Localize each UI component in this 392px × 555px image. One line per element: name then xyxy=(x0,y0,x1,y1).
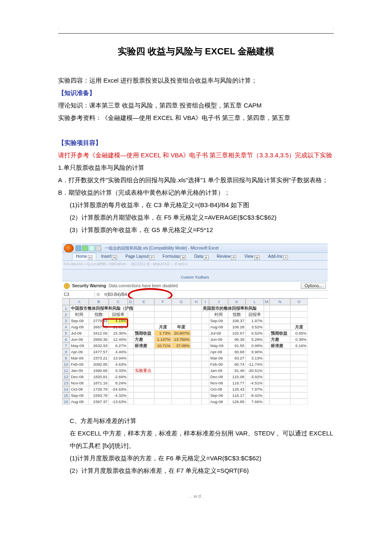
cell[interactable]: 回报率 xyxy=(109,311,128,318)
qat-icon[interactable] xyxy=(75,245,81,251)
cell[interactable]: 预期收益 xyxy=(134,330,154,336)
cell[interactable] xyxy=(202,399,209,405)
cell[interactable] xyxy=(154,349,172,355)
cell[interactable]: J xyxy=(209,298,228,305)
cell[interactable] xyxy=(202,380,209,386)
cell[interactable] xyxy=(202,386,209,392)
cell[interactable]: -4.32% xyxy=(109,392,128,399)
cell[interactable]: 4.63% xyxy=(109,361,128,367)
cell[interactable]: 14 xyxy=(62,386,70,392)
cell[interactable]: 91.48 xyxy=(228,367,246,374)
cell[interactable]: 年度 xyxy=(172,324,191,330)
cell[interactable]: 90.68 xyxy=(228,349,246,355)
cell[interactable] xyxy=(128,399,134,405)
cell[interactable] xyxy=(134,399,154,405)
cell[interactable]: 1.73% xyxy=(154,330,172,336)
cell[interactable] xyxy=(191,399,202,405)
cell[interactable] xyxy=(191,374,202,380)
cell[interactable]: 3.52% xyxy=(246,324,264,330)
cell[interactable]: 1.147% xyxy=(154,336,172,342)
cell[interactable]: M xyxy=(264,298,270,305)
cell[interactable] xyxy=(134,374,154,380)
cell[interactable] xyxy=(264,305,270,311)
cell[interactable]: Dec-08 xyxy=(209,374,228,380)
tab-data[interactable]: DataA xyxy=(190,253,212,260)
tab-view[interactable]: ViewW xyxy=(241,253,263,260)
cell[interactable]: 0.98% xyxy=(246,342,264,349)
cell[interactable]: Feb-09 xyxy=(70,361,89,367)
cell[interactable]: 预期收益 xyxy=(270,330,290,336)
cell[interactable]: 7.66% xyxy=(246,399,264,405)
cell[interactable] xyxy=(202,342,209,349)
cell[interactable]: Mar-09 xyxy=(209,355,228,361)
cell[interactable]: -24.63% xyxy=(109,386,128,392)
cell[interactable] xyxy=(202,324,209,330)
cell[interactable]: -21.81% xyxy=(109,324,128,330)
cell[interactable]: 月度 xyxy=(290,324,308,330)
cell[interactable]: 7.97% xyxy=(246,386,264,392)
cell[interactable] xyxy=(264,349,270,355)
cell[interactable]: Feb-09 xyxy=(209,361,228,367)
cell[interactable]: 3412.06 xyxy=(89,330,109,336)
cell[interactable] xyxy=(290,392,308,399)
cell[interactable] xyxy=(264,399,270,405)
cell[interactable]: 106.28 xyxy=(228,324,246,330)
cell[interactable]: 时间 xyxy=(70,311,89,318)
cell[interactable] xyxy=(191,311,202,318)
cell[interactable]: 6.52% xyxy=(246,330,264,336)
tab-formulas[interactable]: FormulasM xyxy=(159,253,190,260)
cell[interactable]: 116.17 xyxy=(228,392,246,399)
cell[interactable] xyxy=(264,367,270,374)
cell[interactable]: 12 xyxy=(62,374,70,380)
cell[interactable] xyxy=(270,367,290,374)
cell[interactable]: 2632.93 xyxy=(89,342,109,349)
cell[interactable] xyxy=(264,392,270,399)
cell[interactable] xyxy=(154,374,172,380)
cell[interactable]: 12.40% xyxy=(109,336,128,342)
cell[interactable]: Jul-09 xyxy=(70,330,89,336)
cell[interactable] xyxy=(264,330,270,336)
cell[interactable] xyxy=(264,336,270,342)
cell[interactable]: -3.92% xyxy=(246,374,264,380)
cell[interactable] xyxy=(270,349,290,355)
cell[interactable]: Aug-08 xyxy=(70,399,89,405)
cell[interactable]: Apr-09 xyxy=(70,349,89,355)
cell[interactable]: 7 xyxy=(62,342,70,349)
cell[interactable] xyxy=(134,355,154,361)
cell[interactable]: D xyxy=(128,298,134,305)
cell[interactable] xyxy=(128,386,134,392)
cell[interactable]: Sep-09 xyxy=(70,318,89,324)
cell[interactable]: -8.42% xyxy=(246,392,264,399)
cell[interactable]: 91.55 xyxy=(228,342,246,349)
cell[interactable]: Jun-09 xyxy=(209,336,228,342)
cell[interactable]: 119.77 xyxy=(228,380,246,386)
cell[interactable] xyxy=(191,318,202,324)
cell[interactable] xyxy=(128,336,134,342)
cell[interactable]: 10 xyxy=(62,361,70,367)
cell[interactable]: 102.67 xyxy=(228,330,246,336)
cell[interactable] xyxy=(154,392,172,399)
cell[interactable]: 1 xyxy=(62,305,70,311)
cell[interactable] xyxy=(191,324,202,330)
cell[interactable] xyxy=(270,355,290,361)
cell[interactable] xyxy=(128,380,134,386)
cell[interactable] xyxy=(172,392,191,399)
cell[interactable]: May-09 xyxy=(70,342,89,349)
cell[interactable]: K xyxy=(228,298,246,305)
cell[interactable]: -20.51% xyxy=(246,367,264,374)
cell[interactable]: 6 xyxy=(62,336,70,342)
cell[interactable]: 2 xyxy=(62,311,70,318)
cell[interactable] xyxy=(128,374,134,380)
cell[interactable]: -2.69% xyxy=(109,374,128,380)
cell[interactable]: 标准差 xyxy=(134,342,154,349)
cell[interactable] xyxy=(128,318,134,324)
cell[interactable] xyxy=(128,311,134,318)
cell[interactable]: 108.37 xyxy=(228,318,246,324)
cell[interactable]: 13.94% xyxy=(109,355,128,361)
gear-icon[interactable] xyxy=(95,245,101,251)
cell[interactable] xyxy=(191,355,202,361)
cell[interactable]: 8.90% xyxy=(246,349,264,355)
qat-icon[interactable] xyxy=(82,245,88,251)
cell[interactable] xyxy=(172,311,191,318)
cell[interactable]: 15 xyxy=(62,392,70,399)
